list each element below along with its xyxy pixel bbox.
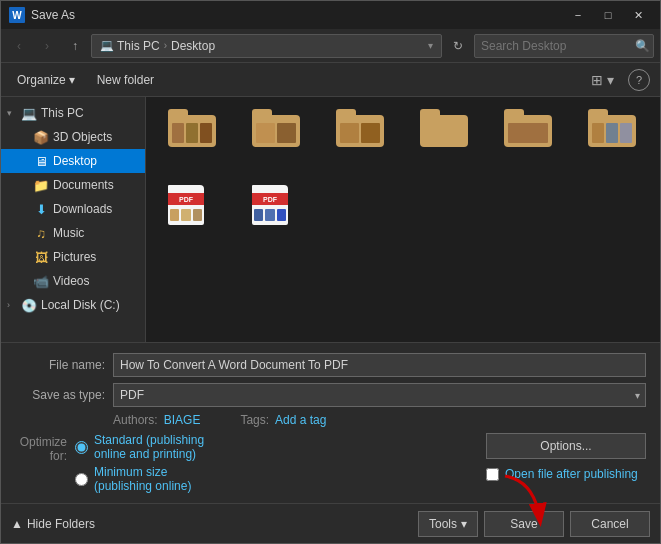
- breadcrumb-separator: ›: [164, 40, 167, 51]
- music-icon: ♫: [33, 226, 49, 241]
- folder-thumbnail: [504, 109, 552, 147]
- sidebar-item-3d-objects[interactable]: 📦 3D Objects: [1, 125, 145, 149]
- help-button[interactable]: ?: [628, 69, 650, 91]
- navigation-bar: ‹ › ↑ 💻 This PC › Desktop ▾ ↻ 🔍: [1, 29, 660, 63]
- new-folder-label: New folder: [97, 73, 154, 87]
- folder-thumbnail: [336, 109, 384, 147]
- folder-item[interactable]: [404, 103, 484, 173]
- sidebar-item-label: Desktop: [53, 154, 97, 168]
- save-as-dialog: W Save As − □ ✕ ‹ › ↑ 💻 This PC › Deskto…: [0, 0, 661, 544]
- breadcrumb[interactable]: 💻 This PC › Desktop ▾: [91, 34, 442, 58]
- folder-thumbnail: [420, 109, 468, 147]
- back-button[interactable]: ‹: [7, 34, 31, 58]
- up-button[interactable]: ↑: [63, 34, 87, 58]
- tools-arrow-icon: ▾: [461, 517, 467, 531]
- sidebar-item-local-disk[interactable]: › 💿 Local Disk (C:): [1, 293, 145, 317]
- folder-item[interactable]: [572, 103, 652, 173]
- close-button[interactable]: ✕: [624, 5, 652, 25]
- bottom-bar-right: Tools ▾ Save Cancel: [418, 511, 650, 537]
- maximize-button[interactable]: □: [594, 5, 622, 25]
- sidebar-item-videos[interactable]: 📹 Videos: [1, 269, 145, 293]
- optimize-minimum-radio[interactable]: [75, 473, 88, 486]
- sidebar-item-label: Videos: [53, 274, 89, 288]
- window-controls: − □ ✕: [564, 5, 652, 25]
- filename-input[interactable]: [113, 353, 646, 377]
- pdf-row: PDF PDF: [152, 181, 654, 251]
- search-icon: 🔍: [635, 39, 650, 53]
- authors-value[interactable]: BIAGE: [164, 413, 201, 427]
- organize-button[interactable]: Organize ▾: [11, 70, 81, 90]
- hide-folders-button[interactable]: ▲ Hide Folders: [11, 517, 95, 531]
- tools-label: Tools: [429, 517, 457, 531]
- new-folder-button[interactable]: New folder: [91, 70, 160, 90]
- toolbar: Organize ▾ New folder ⊞ ▾ ?: [1, 63, 660, 97]
- breadcrumb-dropdown-icon[interactable]: ▾: [428, 40, 433, 51]
- savetype-wrapper: PDF ▾: [113, 383, 646, 407]
- sidebar-item-label: Downloads: [53, 202, 112, 216]
- pdf-thumbnail: PDF: [252, 185, 300, 225]
- bottom-bar: ▲ Hide Folders Tools ▾ Save Cancel: [1, 503, 660, 543]
- organize-arrow-icon: ▾: [69, 73, 75, 87]
- cancel-button[interactable]: Cancel: [570, 511, 650, 537]
- optimize-minimum-option[interactable]: Minimum size(publishing online): [75, 465, 204, 493]
- sidebar-item-pictures[interactable]: 🖼 Pictures: [1, 245, 145, 269]
- file-area: PDF PDF: [146, 97, 660, 342]
- optimize-standard-radio[interactable]: [75, 441, 88, 454]
- sidebar-item-this-pc[interactable]: ▾ 💻 This PC: [1, 101, 145, 125]
- videos-icon: 📹: [33, 274, 49, 289]
- window-title: Save As: [31, 8, 564, 22]
- open-file-label[interactable]: Open file after publishing: [505, 467, 638, 481]
- savetype-select[interactable]: PDF: [113, 383, 646, 407]
- breadcrumb-this-pc: 💻 This PC: [100, 39, 160, 53]
- sidebar-item-label: Documents: [53, 178, 114, 192]
- folder-item[interactable]: [320, 103, 400, 173]
- savetype-row: Save as type: PDF ▾: [15, 383, 646, 407]
- sidebar-item-label: Music: [53, 226, 84, 240]
- bottom-form: File name: Save as type: PDF ▾ Authors: …: [1, 342, 660, 503]
- pdf-item[interactable]: PDF: [152, 181, 232, 251]
- sidebar-item-label: 3D Objects: [53, 130, 112, 144]
- search-box[interactable]: 🔍: [474, 34, 654, 58]
- this-pc-icon: 💻: [21, 106, 37, 121]
- folder-item[interactable]: [488, 103, 568, 173]
- tags-label: Tags:: [240, 413, 269, 427]
- optimize-minimum-label: Minimum size(publishing online): [94, 465, 191, 493]
- optimize-section: Optimize for: Standard (publishingonline…: [15, 433, 204, 493]
- sidebar: ▾ 💻 This PC 📦 3D Objects 🖥 Desktop 📁 Doc…: [1, 97, 146, 342]
- documents-icon: 📁: [33, 178, 49, 193]
- optimize-standard-option[interactable]: Standard (publishingonline and printing): [75, 433, 204, 461]
- sidebar-item-desktop[interactable]: 🖥 Desktop: [1, 149, 145, 173]
- folder-item[interactable]: [236, 103, 316, 173]
- filename-label: File name:: [15, 358, 105, 372]
- filename-row: File name:: [15, 353, 646, 377]
- right-options: Options... Open file after publishing: [486, 433, 646, 481]
- pdf-item[interactable]: PDF: [236, 181, 316, 251]
- sidebar-item-documents[interactable]: 📁 Documents: [1, 173, 145, 197]
- optimize-label: Optimize for:: [15, 433, 75, 463]
- app-icon: W: [9, 7, 25, 23]
- hide-folders-icon: ▲: [11, 517, 23, 531]
- breadcrumb-desktop: Desktop: [171, 39, 215, 53]
- save-button[interactable]: Save: [484, 511, 564, 537]
- search-input[interactable]: [481, 39, 631, 53]
- open-file-checkbox[interactable]: [486, 468, 499, 481]
- options-button[interactable]: Options...: [486, 433, 646, 459]
- view-toggle-button[interactable]: ⊞ ▾: [587, 69, 618, 91]
- optimize-options: Standard (publishingonline and printing)…: [75, 433, 204, 493]
- tools-button[interactable]: Tools ▾: [418, 511, 478, 537]
- refresh-button[interactable]: ↻: [446, 34, 470, 58]
- authors-label: Authors:: [113, 413, 158, 427]
- minimize-button[interactable]: −: [564, 5, 592, 25]
- desktop-icon: 🖥: [33, 154, 49, 169]
- sidebar-item-downloads[interactable]: ⬇ Downloads: [1, 197, 145, 221]
- folder-item[interactable]: [152, 103, 232, 173]
- open-file-row: Open file after publishing: [486, 467, 638, 481]
- meta-row: Authors: BIAGE Tags: Add a tag: [15, 413, 646, 427]
- 3d-objects-icon: 📦: [33, 130, 49, 145]
- tags-value[interactable]: Add a tag: [275, 413, 326, 427]
- downloads-icon: ⬇: [33, 202, 49, 217]
- main-content: ▾ 💻 This PC 📦 3D Objects 🖥 Desktop 📁 Doc…: [1, 97, 660, 342]
- forward-button[interactable]: ›: [35, 34, 59, 58]
- title-bar: W Save As − □ ✕: [1, 1, 660, 29]
- sidebar-item-music[interactable]: ♫ Music: [1, 221, 145, 245]
